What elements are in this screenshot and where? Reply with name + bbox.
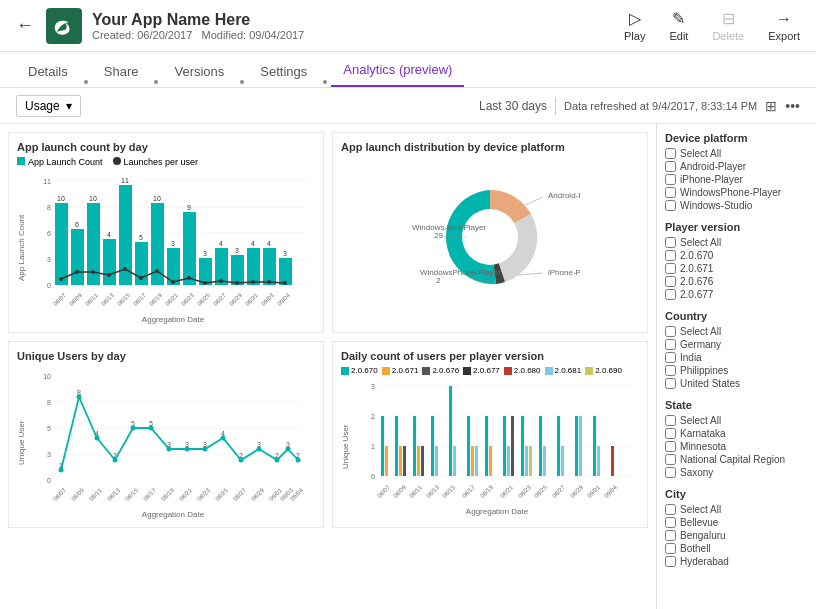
- svg-text:5: 5: [139, 234, 143, 241]
- header: ← Your App Name Here Created: 06/20/2017…: [0, 0, 816, 52]
- export-button[interactable]: → Export: [768, 10, 800, 42]
- play-button[interactable]: ▷ Play: [624, 9, 645, 42]
- svg-text:3: 3: [203, 250, 207, 257]
- filter-checkbox-usa[interactable]: [665, 378, 676, 389]
- svg-rect-172: [579, 416, 582, 476]
- filter-checkbox-android[interactable]: [665, 161, 676, 172]
- svg-text:09/01: 09/01: [586, 484, 601, 499]
- bar-chart-legend: App Launch Count Launches per user: [17, 157, 315, 167]
- filter-checkbox-2671[interactable]: [665, 263, 676, 274]
- legend-670: 2.0.670: [341, 366, 378, 375]
- svg-text:1: 1: [371, 443, 375, 450]
- svg-text:08/11: 08/11: [84, 292, 99, 307]
- main-content: App launch count by day App Launch Count…: [0, 124, 816, 609]
- legend-681: 2.0.681: [545, 366, 582, 375]
- filter-checkbox-2676[interactable]: [665, 276, 676, 287]
- filter-checkbox-india[interactable]: [665, 352, 676, 363]
- filter-checkbox-germany[interactable]: [665, 339, 676, 350]
- svg-text:WindowsPhone-Player: WindowsPhone-Player: [420, 268, 501, 277]
- donut-chart-card: App launch distribution by device platfo…: [332, 132, 648, 333]
- filter-player-title: Player version: [665, 221, 808, 233]
- legend-launch-count: App Launch Count: [17, 157, 103, 167]
- svg-text:08/09: 08/09: [68, 292, 83, 307]
- svg-text:08/31: 08/31: [244, 292, 259, 307]
- svg-rect-170: [561, 446, 564, 476]
- svg-text:08/15: 08/15: [124, 487, 139, 502]
- filter-checkbox-select-all-state[interactable]: [665, 415, 676, 426]
- filter-checkbox-philippines[interactable]: [665, 365, 676, 376]
- svg-rect-175: [611, 446, 614, 476]
- line-chart-title: Unique Users by day: [17, 350, 315, 362]
- legend-671: 2.0.671: [382, 366, 419, 375]
- app-logo: [46, 8, 82, 44]
- filter-item: Minnesota: [665, 441, 808, 452]
- svg-rect-160: [489, 446, 492, 476]
- filter-checkbox-select-all-player[interactable]: [665, 237, 676, 248]
- filter-checkbox-windowsphone[interactable]: [665, 187, 676, 198]
- svg-text:5: 5: [149, 420, 153, 427]
- filter-checkbox-2670[interactable]: [665, 250, 676, 261]
- more-icon[interactable]: •••: [785, 98, 800, 114]
- usage-dropdown[interactable]: Usage ▾: [16, 95, 81, 117]
- filter-checkbox-windows-studio[interactable]: [665, 200, 676, 211]
- tab-details[interactable]: Details: [16, 56, 80, 87]
- svg-text:08/13: 08/13: [425, 484, 440, 499]
- svg-rect-153: [435, 446, 438, 476]
- svg-text:Windows-WebPlayer: Windows-WebPlayer: [412, 223, 486, 232]
- back-button[interactable]: ←: [16, 15, 34, 36]
- filter-checkbox-saxony[interactable]: [665, 467, 676, 478]
- svg-rect-159: [485, 416, 488, 476]
- svg-point-70: [462, 209, 518, 265]
- tab-settings[interactable]: Settings: [248, 56, 319, 87]
- svg-text:08/13: 08/13: [100, 292, 115, 307]
- filter-checkbox-2677[interactable]: [665, 289, 676, 300]
- svg-text:08/25: 08/25: [196, 292, 211, 307]
- filter-checkbox-minnesota[interactable]: [665, 441, 676, 452]
- svg-text:08/17: 08/17: [132, 292, 147, 307]
- svg-text:08/21: 08/21: [164, 292, 179, 307]
- filter-checkbox-select-all-city[interactable]: [665, 504, 676, 515]
- app-info: Your App Name Here Created: 06/20/2017 M…: [92, 11, 304, 41]
- svg-rect-174: [597, 446, 600, 476]
- svg-text:3: 3: [167, 441, 171, 448]
- svg-text:08/27: 08/27: [232, 487, 247, 502]
- filter-checkbox-hyderabad[interactable]: [665, 556, 676, 567]
- filter-checkbox-bothell[interactable]: [665, 543, 676, 554]
- svg-rect-158: [475, 446, 478, 476]
- filter-checkbox-iphone[interactable]: [665, 174, 676, 185]
- svg-point-50: [219, 279, 223, 283]
- tab-share[interactable]: Share: [92, 56, 151, 87]
- nav-separator: [240, 80, 244, 84]
- filter-item: National Capital Region: [665, 454, 808, 465]
- filter-checkbox-ncr[interactable]: [665, 454, 676, 465]
- filter-checkbox-bellevue[interactable]: [665, 517, 676, 528]
- svg-text:2: 2: [296, 452, 300, 459]
- svg-text:5: 5: [47, 425, 51, 432]
- filter-state-title: State: [665, 399, 808, 411]
- edit-button[interactable]: ✎ Edit: [669, 9, 688, 42]
- tab-analytics[interactable]: Analytics (preview): [331, 54, 464, 87]
- chevron-down-icon: ▾: [66, 99, 72, 113]
- delete-button[interactable]: ⊟ Delete: [712, 9, 744, 42]
- svg-rect-173: [593, 416, 596, 476]
- tab-versions[interactable]: Versions: [162, 56, 236, 87]
- svg-point-46: [155, 269, 159, 273]
- svg-text:2: 2: [436, 276, 441, 285]
- filter-checkbox-bengaluru[interactable]: [665, 530, 676, 541]
- filter-item: India: [665, 352, 808, 363]
- filter-checkbox-karnataka[interactable]: [665, 428, 676, 439]
- svg-rect-166: [529, 446, 532, 476]
- svg-point-52: [251, 280, 255, 284]
- svg-text:08/19: 08/19: [479, 484, 494, 499]
- filter-sidebar: Device platform Select All Android-Playe…: [656, 124, 816, 609]
- svg-text:8: 8: [77, 389, 81, 396]
- grid-icon[interactable]: ⊞: [765, 98, 777, 114]
- filter-checkbox-select-all-country[interactable]: [665, 326, 676, 337]
- nav-separator: [154, 80, 158, 84]
- svg-text:1: 1: [59, 462, 63, 469]
- filter-item: 2.0.676: [665, 276, 808, 287]
- svg-text:3: 3: [283, 250, 287, 257]
- grouped-bar-legend: 2.0.670 2.0.671 2.0.676 2.0.677 2.0.680 …: [341, 366, 639, 375]
- header-actions: ▷ Play ✎ Edit ⊟ Delete → Export: [624, 9, 800, 42]
- filter-checkbox-select-all-device[interactable]: [665, 148, 676, 159]
